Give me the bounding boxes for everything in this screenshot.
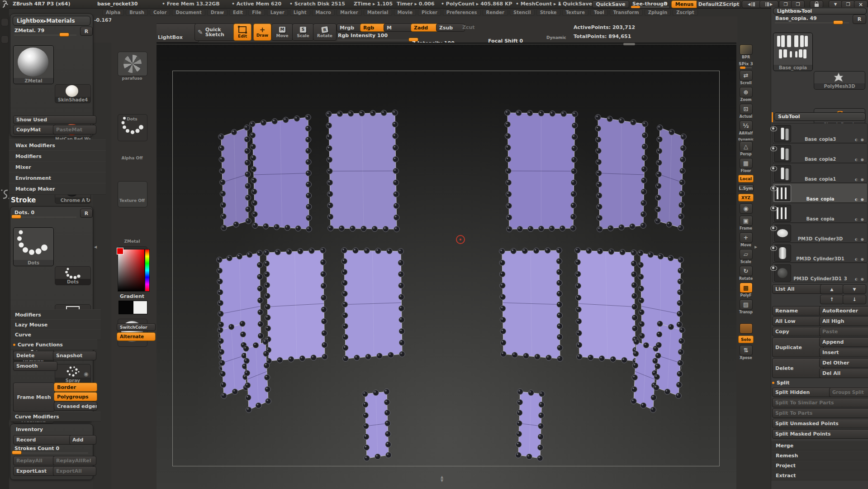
secondary-color-swatch[interactable] <box>133 301 147 314</box>
menu-tool[interactable]: Tool <box>590 9 608 16</box>
stroke-dots-slider[interactable]: Dots. 0 <box>13 210 77 217</box>
polypaint-icon[interactable]: ● <box>861 257 864 261</box>
menu-marker[interactable]: Marker <box>337 9 362 16</box>
visibility-eye-icon[interactable] <box>770 206 777 211</box>
solo-button[interactable]: Solo <box>738 336 754 343</box>
subsection-curve-functions[interactable]: Curve Functions <box>10 339 97 350</box>
menus-button[interactable]: Menus <box>671 0 697 8</box>
menu-color[interactable]: Color <box>150 9 170 16</box>
material-thumb-zmetal[interactable]: ZMetal <box>13 45 54 84</box>
ghost-button[interactable] <box>738 323 754 334</box>
menu-macro[interactable]: Macro <box>312 9 335 16</box>
polypaint-icon[interactable]: ● <box>861 138 864 142</box>
uv-icon[interactable]: ◐ <box>855 277 858 281</box>
del-other-button[interactable]: Del Other <box>819 358 868 368</box>
frame-button[interactable]: ▣Frame <box>738 216 754 230</box>
strokes-count-slider[interactable]: Strokes Count 0 <box>13 446 89 453</box>
groups-split-button[interactable]: Groups Split <box>829 388 868 397</box>
section-matcap-maker[interactable]: Matcap Maker <box>9 183 106 195</box>
polyframe-button[interactable]: ▩PolyF <box>738 283 754 297</box>
subtool-row[interactable]: PM3D_Cylinder3D1●◐ <box>772 243 868 263</box>
curve-smoothness-curve-icon[interactable]: ◉ <box>84 371 88 377</box>
menu-layer[interactable]: Layer <box>267 9 288 16</box>
persp-button[interactable]: Dynamic△Persp <box>738 137 754 156</box>
polypaint-icon[interactable]: ● <box>861 237 864 241</box>
undo-scrubber[interactable]: ◀ <box>742 0 761 8</box>
lsym-button[interactable]: L.Sym <box>738 184 754 192</box>
rotate-doc-button[interactable]: ↻Rotate <box>738 266 754 281</box>
subtool-row[interactable]: PM3D_Cylinder3D1_3●◐ <box>772 263 868 283</box>
visibility-eye-icon[interactable] <box>770 126 777 131</box>
subsection-curve-modifiers[interactable]: Curve Modifiers <box>10 412 101 422</box>
subtool-up-button[interactable]: ▲ <box>820 284 844 294</box>
project-section[interactable]: Project <box>771 460 868 470</box>
symmetry-sphere-button[interactable]: ◉ <box>738 203 754 214</box>
quick-sketch-button[interactable]: ✎Quick Sketch <box>194 24 238 41</box>
section-mixer[interactable]: Mixer <box>9 161 106 173</box>
material-thumb-skinshade4[interactable]: SkinShade4 <box>55 84 91 103</box>
visibility-eye-icon[interactable] <box>770 166 777 171</box>
menu-light[interactable]: Light <box>290 9 310 16</box>
rename-button[interactable]: Rename <box>772 306 824 316</box>
rotate-button[interactable]: RRotate <box>313 24 337 41</box>
hue-strip[interactable] <box>145 249 150 292</box>
del-all-button[interactable]: Del All <box>819 369 868 378</box>
menu-render[interactable]: Render <box>483 9 508 16</box>
document-canvas[interactable]: ▲ ▼ <box>157 43 736 489</box>
menu-transform[interactable]: Transform <box>610 9 643 16</box>
visibility-eye-icon[interactable] <box>770 186 777 191</box>
append-button[interactable]: Append <box>819 337 868 347</box>
remesh-section[interactable]: Remesh <box>771 451 868 460</box>
subtool-row[interactable]: Base_copia3●◐ <box>772 123 868 143</box>
section-modifiers[interactable]: Modifiers <box>9 150 106 162</box>
menu-stroke[interactable]: Stroke <box>536 9 560 16</box>
subtool-row[interactable]: PM3D_Cylinder3D●◐ <box>772 223 868 243</box>
split-unmasked-button[interactable]: Split Unmasked Points <box>772 419 868 428</box>
scroll-button[interactable]: ⇄Scroll <box>738 70 754 85</box>
menu-zplugin[interactable]: Zplugin <box>645 9 671 16</box>
add-button[interactable]: Add <box>69 435 96 445</box>
split-similar-button[interactable]: Split To Similar Parts <box>772 398 868 408</box>
visibility-eye-icon[interactable] <box>770 226 777 231</box>
rgb-intensity-slider[interactable]: Rgb Intensity 100 <box>337 33 416 40</box>
gradient-label[interactable]: Gradient <box>111 293 153 299</box>
floor-button[interactable]: ▦Floor <box>738 158 754 173</box>
split-section-header[interactable]: Split <box>772 379 863 386</box>
polypaint-icon[interactable]: ● <box>861 277 864 281</box>
draw-button[interactable]: +Draw <box>253 24 271 41</box>
menu-brush[interactable]: Brush <box>126 9 148 16</box>
menu-preferences[interactable]: Preferences <box>443 9 481 16</box>
split-hidden-button[interactable]: Split Hidden <box>772 388 834 397</box>
menu-document[interactable]: Document <box>172 9 205 16</box>
bpr-button[interactable]: BPR <box>738 44 754 59</box>
border-button[interactable]: Border <box>54 383 97 392</box>
materials-header[interactable]: Lightbox▸Materials <box>13 16 90 26</box>
menu-edit[interactable]: Edit <box>229 9 247 16</box>
tool-thumb-polymesh3d[interactable]: PolyMesh3D <box>814 71 865 90</box>
all-low-button[interactable]: All Low <box>772 316 824 326</box>
menu-file[interactable]: File <box>248 9 265 16</box>
dynamic-label[interactable]: Dynamic <box>546 35 566 40</box>
default-zscript-button[interactable]: DefaultZScript <box>697 0 741 8</box>
merge-section[interactable]: Merge <box>771 441 868 451</box>
menu-movie[interactable]: Movie <box>394 9 417 16</box>
uv-icon[interactable]: ◐ <box>855 237 858 241</box>
export-all-button[interactable]: ExportAll <box>53 466 96 476</box>
subtool-row[interactable]: Base_copia●◐ <box>772 203 868 223</box>
record-button[interactable]: Record <box>13 435 74 445</box>
move-button[interactable]: MMove <box>271 24 293 41</box>
polypaint-icon[interactable]: ● <box>861 197 864 201</box>
menu-material[interactable]: Material <box>364 9 392 16</box>
switch-color-button[interactable]: SwitchColor <box>117 323 156 331</box>
polygroups-button[interactable]: Polygroups <box>54 392 97 401</box>
tray-tab[interactable] <box>1 35 9 43</box>
replay-all-button[interactable]: ReplayAll <box>13 456 57 465</box>
xpose-button[interactable]: ⇅Xpose <box>738 345 754 360</box>
zoom-button[interactable]: ⊕Zoom <box>738 87 754 102</box>
left-tray-collapse-handle[interactable]: ◀ <box>94 245 97 249</box>
uv-icon[interactable]: ◐ <box>855 257 858 261</box>
current-brush-thumb[interactable] <box>118 52 147 76</box>
duplicate-button[interactable]: Duplicate <box>772 337 824 357</box>
pastemat-button[interactable]: PasteMat <box>53 125 96 134</box>
tool-palette-header[interactable]: Lightbox▸Tool <box>773 8 867 14</box>
